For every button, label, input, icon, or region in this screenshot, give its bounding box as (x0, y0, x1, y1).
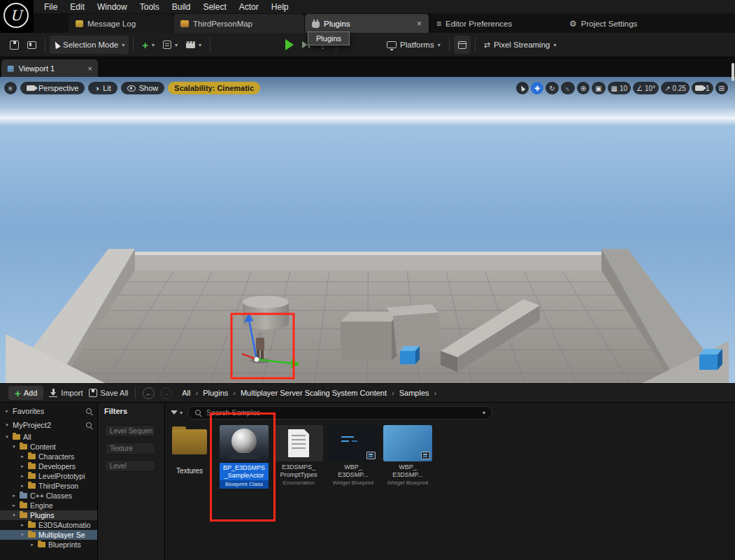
menu-item-edit[interactable]: Edit (64, 1, 91, 13)
asset-tile-wbp-2[interactable]: WBP_ E3DSMP... Widget Blueprint (383, 425, 432, 486)
search-icon[interactable] (85, 422, 93, 429)
search-input[interactable] (206, 408, 478, 417)
play-button[interactable] (281, 36, 298, 54)
tree-item-characters[interactable]: ▸ Characters (0, 452, 97, 461)
menu-item-file[interactable]: File (38, 1, 64, 13)
forward-button[interactable]: → (160, 387, 172, 399)
tree-item-blueprints[interactable]: ▸ Blueprints (0, 540, 97, 550)
tree-item-engine[interactable]: ▸ Engine (0, 501, 97, 510)
chevron-right-icon[interactable]: ▸ (11, 503, 17, 508)
menu-item-window[interactable]: Window (91, 1, 134, 13)
show-dropdown[interactable]: Show (121, 82, 165, 94)
tree-item-cpp-classes[interactable]: ▸ C++ Classes (0, 491, 97, 501)
blueprints-dropdown[interactable]: ▾ (159, 36, 182, 54)
search-pill[interactable]: ▾ (187, 406, 492, 419)
chevron-down-icon[interactable]: ▾ (483, 410, 485, 416)
tree-item-e3dsautomation[interactable]: ▸ E3DSAutomatio (0, 520, 97, 530)
blueprint-thumbnail[interactable] (220, 425, 269, 461)
chevron-right-icon[interactable]: ▸ (11, 493, 17, 498)
search-icon[interactable] (85, 408, 93, 415)
menu-item-build[interactable]: Build (166, 1, 197, 13)
scale-snap-button[interactable]: ↗0.25 (661, 82, 690, 94)
filter-chip-level[interactable]: Level (105, 460, 155, 472)
selection-mode-dropdown[interactable]: Selection Mode ▾ (50, 36, 129, 54)
menu-item-actor[interactable]: Actor (233, 1, 265, 13)
add-actor-dropdown[interactable]: +▾ (138, 36, 159, 54)
asset-tile-textures[interactable]: Textures (165, 425, 214, 475)
tree-item-developers[interactable]: ▸ Developers (0, 461, 97, 471)
rotation-snap-button[interactable]: ∠10° (633, 82, 659, 94)
chevron-down-icon[interactable]: ▾ (20, 532, 25, 538)
chevron-right-icon[interactable]: ▸ (20, 522, 25, 528)
breadcrumb-item[interactable]: All (182, 389, 190, 397)
asset-tile-wbp-1[interactable]: WBP_ E3DSMP... Widget Blueprint (329, 425, 378, 486)
tab-third-person-map[interactable]: ThirdPersonMap (173, 14, 305, 33)
save-all-button[interactable]: Save All (89, 389, 129, 397)
select-tool-button[interactable] (516, 82, 529, 94)
unreal-logo-icon[interactable]: U (3, 3, 29, 28)
revision-control-button[interactable] (23, 36, 41, 54)
tree-item-plugins[interactable]: ▾ Plugins (0, 510, 97, 520)
filter-chip-level-sequence[interactable]: Level Sequen (105, 425, 155, 437)
save-button[interactable] (6, 36, 23, 54)
chevron-right-icon[interactable]: ▸ (20, 454, 25, 459)
tab-editor-preferences[interactable]: ≡ Editor Preferences (429, 14, 562, 33)
tab-viewport-1[interactable]: ▦ Viewport 1 × (1, 59, 98, 77)
move-tool-button[interactable]: ✚ (531, 82, 543, 94)
viewport-scene[interactable] (0, 77, 735, 383)
maximize-viewport-button[interactable]: ⊞ (715, 82, 728, 94)
menu-item-help[interactable]: Help (265, 1, 295, 13)
chevron-right-icon[interactable]: ▸ (20, 464, 25, 469)
world-space-toggle[interactable]: ⊕ (577, 82, 590, 94)
breadcrumb-item[interactable]: Plugins (203, 389, 228, 397)
scale-tool-button[interactable]: ⇔ (561, 82, 575, 94)
close-icon[interactable]: × (417, 19, 422, 29)
breadcrumb-item[interactable]: Samples (399, 389, 429, 397)
close-icon[interactable]: × (88, 64, 92, 73)
chevron-right-icon[interactable]: ▸ (20, 483, 25, 489)
widget-thumbnail[interactable] (329, 425, 378, 461)
chevron-down-icon[interactable]: ▾ (11, 444, 17, 450)
scrollbar-thumb[interactable] (732, 63, 734, 81)
package-button[interactable] (454, 36, 471, 54)
asset-tile-bp-sampleactor[interactable]: BP_E3DSMPS _SampleActor Blueprint Class (220, 425, 269, 489)
view-mode-dropdown[interactable]: ◑ Lit (88, 82, 117, 94)
viewport-options-button[interactable]: ≡ (4, 82, 17, 94)
chevron-down-icon[interactable]: ▾ (11, 512, 17, 518)
add-button[interactable]: + Add (8, 386, 43, 400)
tree-item-content[interactable]: ▾ Content (0, 442, 97, 452)
surface-snap-toggle[interactable]: ▣ (592, 82, 605, 94)
tree-item-all[interactable]: ▾ All (0, 432, 97, 442)
perspective-dropdown[interactable]: Perspective (20, 82, 85, 94)
tab-project-settings[interactable]: ⚙ Project Settings (562, 14, 688, 33)
platforms-dropdown[interactable]: Platforms ▾ (383, 36, 445, 54)
tree-item-thirdperson[interactable]: ▸ ThirdPerson (0, 481, 97, 491)
widget-thumbnail[interactable] (383, 425, 432, 461)
grid-snap-button[interactable]: ▦10 (608, 82, 631, 94)
tab-message-log[interactable]: Message Log (69, 14, 173, 33)
tree-item-levelprototyping[interactable]: ▸ LevelPrototypi (0, 471, 97, 481)
project-section[interactable]: ▾ MyProject2 (0, 418, 97, 432)
cinematics-dropdown[interactable]: ▾ (182, 36, 206, 54)
camera-speed-button[interactable]: 1 (692, 82, 713, 94)
chevron-right-icon[interactable]: ▸ (20, 473, 25, 479)
level-viewport[interactable]: ≡ Perspective ◑ Lit Show Scalability: Ci… (0, 77, 735, 383)
import-button[interactable]: Import (49, 389, 83, 397)
rotate-tool-button[interactable]: ↻ (545, 82, 558, 94)
asset-tile-prompttypes[interactable]: E3DSMPS_ PromptTypes Enumeration (274, 425, 323, 486)
tab-plugins[interactable]: Plugins × (305, 14, 429, 33)
pixel-streaming-dropdown[interactable]: ⇄ Pixel Streaming ▾ (480, 36, 561, 54)
scalability-warning-button[interactable]: Scalability: Cinematic (168, 82, 260, 94)
chevron-right-icon[interactable]: ▸ (29, 542, 35, 547)
filter-button[interactable]: ▾ (171, 410, 183, 416)
menu-item-select[interactable]: Select (197, 1, 232, 13)
breadcrumb-expand-icon[interactable]: › (434, 389, 437, 397)
menu-item-tools[interactable]: Tools (134, 1, 166, 13)
tree-item-multiplayer-server[interactable]: ▾ Multiplayer Se (0, 530, 97, 540)
chevron-down-icon[interactable]: ▾ (4, 434, 10, 440)
filter-chip-texture[interactable]: Texture (105, 443, 155, 454)
breadcrumb-item[interactable]: Multiplayer Server Scaling System Conten… (241, 389, 387, 397)
enum-thumbnail[interactable] (274, 425, 323, 461)
chevron-right-icon[interactable]: ▸ (4, 408, 10, 414)
favorites-section[interactable]: ▸ Favorites (0, 404, 97, 418)
